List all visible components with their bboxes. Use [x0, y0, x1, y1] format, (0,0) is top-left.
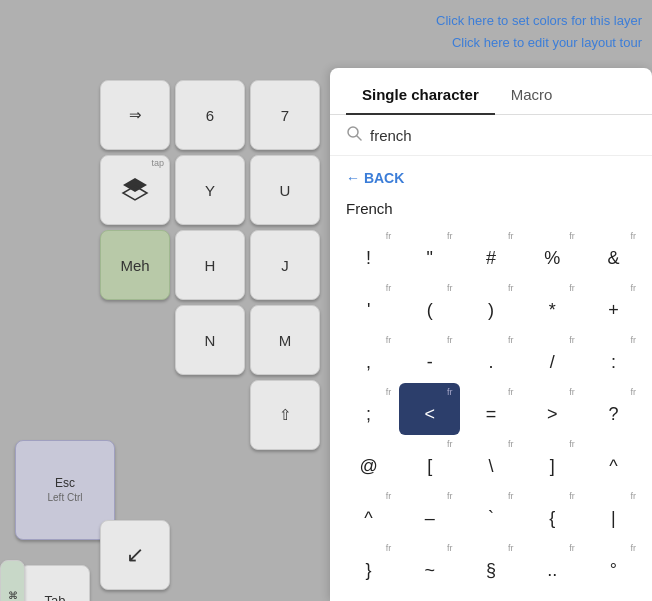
char-label: ;	[366, 404, 371, 425]
tour-link[interactable]: Click here to edit your layout tour	[436, 32, 642, 54]
char-label: ^	[364, 508, 372, 529]
layers-icon	[121, 176, 149, 204]
key-6-label: 6	[206, 107, 214, 124]
char-cell[interactable]: @	[338, 435, 399, 487]
key-layers[interactable]: tap	[100, 155, 170, 225]
char-label: !	[366, 248, 371, 269]
char-label: '	[367, 300, 370, 321]
shift-icon: ⇧	[279, 406, 292, 424]
back-button[interactable]: ← BACK	[330, 164, 652, 196]
char-label: :	[611, 352, 616, 373]
key-6[interactable]: 6	[175, 80, 245, 150]
char-label: &	[607, 248, 619, 269]
key-esc-label: Esc	[47, 475, 82, 492]
char-cell[interactable]: fr;	[338, 383, 399, 435]
char-label: #	[486, 248, 496, 269]
char-label: ~	[425, 560, 436, 581]
key-meh[interactable]: Meh	[100, 230, 170, 300]
char-cell[interactable]: fr:	[583, 331, 644, 383]
top-links: Click here to set colors for this layer …	[436, 10, 642, 54]
char-cell[interactable]: fr..	[522, 539, 583, 591]
char-cell[interactable]: fr.	[460, 331, 521, 383]
char-cell[interactable]: fr{	[522, 487, 583, 539]
char-label: §	[486, 560, 496, 581]
arrow-icon: ⇒	[129, 106, 142, 124]
char-label: ^	[609, 456, 617, 477]
char-label: /	[550, 352, 555, 373]
key-tab-label: Tab	[45, 593, 66, 602]
char-cell[interactable]: fr-	[399, 331, 460, 383]
key-h-label: H	[205, 257, 216, 274]
colors-link[interactable]: Click here to set colors for this layer	[436, 10, 642, 32]
key-u-label: U	[280, 182, 291, 199]
key-tab[interactable]: Tab	[20, 565, 90, 601]
char-cell[interactable]: fr–	[399, 487, 460, 539]
char-label: @	[359, 456, 377, 477]
char-label: }	[366, 560, 372, 581]
key-fn[interactable]: ↙	[100, 520, 170, 590]
key-m-label: M	[279, 332, 292, 349]
char-cell[interactable]: fr*	[522, 279, 583, 331]
char-cell[interactable]: fr>	[522, 383, 583, 435]
key-y[interactable]: Y	[175, 155, 245, 225]
char-cell[interactable]: fr,	[338, 331, 399, 383]
char-label: ,	[366, 352, 371, 373]
char-cell[interactable]: fr%	[522, 227, 583, 279]
key-7[interactable]: 7	[250, 80, 320, 150]
key-m[interactable]: M	[250, 305, 320, 375]
tap-label: tap	[151, 158, 164, 168]
char-cell[interactable]: fr=	[460, 383, 521, 435]
character-grid: fr!fr"fr#fr%fr&fr'fr(fr)fr*fr+fr,fr-fr.f…	[330, 227, 652, 591]
keyboard-area: ⇒ 6 7 tap Y U Meh H J N M ⇧ Esc	[0, 70, 340, 601]
key-esc-sublabel: Left Ctrl	[47, 491, 82, 505]
panel-body: ← BACK French fr!fr"fr#fr%fr&fr'fr(fr)fr…	[330, 156, 652, 601]
char-label: ]	[550, 456, 555, 477]
char-cell[interactable]: fr]	[522, 435, 583, 487]
char-cell[interactable]: fr#	[460, 227, 521, 279]
char-label: +	[608, 300, 619, 321]
char-cell[interactable]: fr`	[460, 487, 521, 539]
key-n[interactable]: N	[175, 305, 245, 375]
key-h[interactable]: H	[175, 230, 245, 300]
key-y-label: Y	[205, 182, 215, 199]
tab-macro[interactable]: Macro	[495, 78, 569, 115]
char-cell[interactable]: fr/	[522, 331, 583, 383]
char-cell[interactable]: fr~	[399, 539, 460, 591]
panel: Single character Macro ← BACK French fr!…	[330, 68, 652, 601]
char-cell[interactable]: fr+	[583, 279, 644, 331]
char-cell[interactable]: fr^	[338, 487, 399, 539]
char-cell[interactable]: fr°	[583, 539, 644, 591]
char-cell[interactable]: fr}	[338, 539, 399, 591]
small-key-icon: ⌘	[8, 590, 18, 601]
tab-single-character[interactable]: Single character	[346, 78, 495, 115]
char-cell[interactable]: fr[	[399, 435, 460, 487]
char-cell[interactable]: fr)	[460, 279, 521, 331]
key-j-label: J	[281, 257, 289, 274]
char-label: >	[547, 404, 558, 425]
section-title: French	[330, 196, 652, 227]
key-small-left[interactable]: ⌘	[0, 560, 25, 601]
char-cell[interactable]: fr(	[399, 279, 460, 331]
char-cell[interactable]: fr&	[583, 227, 644, 279]
key-u[interactable]: U	[250, 155, 320, 225]
char-label: (	[427, 300, 433, 321]
char-label: )	[488, 300, 494, 321]
char-cell[interactable]: fr'	[338, 279, 399, 331]
key-shift[interactable]: ⇧	[250, 380, 320, 450]
svg-line-3	[357, 136, 361, 140]
char-label: ?	[608, 404, 618, 425]
char-cell[interactable]: fr?	[583, 383, 644, 435]
char-cell[interactable]: ^	[583, 435, 644, 487]
key-arrow[interactable]: ⇒	[100, 80, 170, 150]
search-input[interactable]	[370, 127, 636, 144]
char-label: ..	[547, 560, 557, 581]
key-j[interactable]: J	[250, 230, 320, 300]
char-cell[interactable]: fr!	[338, 227, 399, 279]
char-cell[interactable]: fr§	[460, 539, 521, 591]
char-cell[interactable]: fr|	[583, 487, 644, 539]
char-cell[interactable]: fr"	[399, 227, 460, 279]
char-label: –	[425, 508, 435, 529]
char-cell[interactable]: fr\	[460, 435, 521, 487]
key-meh-label: Meh	[120, 257, 149, 274]
char-cell[interactable]: fr<	[399, 383, 460, 435]
